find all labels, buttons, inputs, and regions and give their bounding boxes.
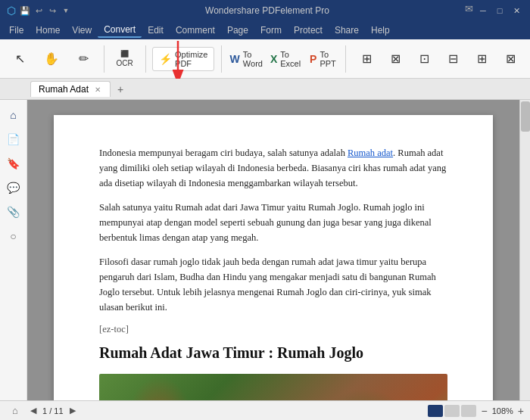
ocr-button[interactable]: ⬛ OCR: [111, 48, 139, 70]
tab-rumah-adat[interactable]: Rumah Adat ✕: [30, 81, 111, 97]
save-icon[interactable]: 💾: [20, 5, 30, 16]
ocr-icon: ⬛: [120, 50, 129, 58]
paragraph-1-start: Indonesia mempunyai beragam ciri budaya,…: [99, 148, 348, 158]
status-bar: ⌂ ◀ 1 / 11 ▶ − 108% +: [0, 400, 530, 420]
tab-label: Rumah Adat: [39, 84, 89, 95]
view-single-button[interactable]: [428, 405, 443, 417]
to-word-button[interactable]: W To Word: [229, 47, 264, 71]
document-page: Indonesia mempunyai beragam ciri budaya,…: [54, 115, 493, 400]
nav-prev[interactable]: ◀: [30, 406, 36, 415]
sep1: [104, 45, 104, 73]
sep2: [145, 45, 146, 73]
zoom-level: 108%: [492, 406, 513, 415]
to-word-label: To Word: [243, 50, 263, 68]
select-tool-button[interactable]: ↖: [6, 51, 33, 67]
window-controls: ✉ ─ □ ✕: [463, 3, 524, 18]
title-bar-left: ⬡ 💾 ↩ ↪ ▼: [6, 5, 71, 16]
email-icon[interactable]: ✉: [463, 3, 474, 14]
excel-icon: X: [270, 53, 277, 65]
menu-form[interactable]: Form: [254, 23, 288, 37]
sidebar-home-icon[interactable]: ⌂: [5, 106, 23, 124]
word-icon: W: [230, 53, 240, 65]
rumah-adat-link[interactable]: Rumah adat: [348, 148, 393, 158]
convert-grid-btn-5[interactable]: ⊞: [468, 49, 495, 68]
hand-icon: ✋: [44, 53, 59, 65]
view-buttons: [428, 405, 476, 417]
right-scrollbar[interactable]: [519, 100, 530, 400]
menu-comment[interactable]: Comment: [170, 23, 221, 37]
tab-bar: Rumah Adat ✕ +: [0, 79, 530, 100]
sep3: [221, 45, 222, 73]
menu-convert[interactable]: Convert: [98, 23, 142, 38]
menu-protect[interactable]: Protect: [288, 23, 329, 37]
view-double-button[interactable]: [444, 405, 460, 417]
view-scroll-button[interactable]: [461, 405, 476, 417]
close-button[interactable]: ✕: [509, 3, 524, 18]
to-excel-button[interactable]: X To Excel: [269, 47, 303, 71]
ribbon: ↖ ✋ ✏ ⬛ OCR ⚡ Optimize PDF W To Word: [0, 39, 530, 79]
zoom-plus[interactable]: +: [518, 405, 524, 417]
menu-share[interactable]: Share: [329, 23, 365, 37]
maximize-button[interactable]: □: [492, 3, 507, 18]
sidebar-attach-icon[interactable]: 📎: [5, 203, 23, 221]
document-area[interactable]: Indonesia mempunyai beragam ciri budaya,…: [27, 100, 519, 400]
ppt-icon: P: [310, 53, 316, 65]
title-bar: ⬡ 💾 ↩ ↪ ▼ Wondershare PDFelement Pro ✉ ─…: [0, 0, 530, 21]
optimize-label: Optimize PDF: [175, 50, 207, 68]
tab-add-button[interactable]: +: [114, 82, 127, 96]
left-sidebar: ⌂ 📄 🔖 💬 📎 ○: [0, 100, 27, 400]
zoom-minus[interactable]: −: [481, 405, 487, 417]
optimize-pdf-button[interactable]: ⚡ Optimize PDF: [152, 47, 214, 71]
convert-grid-btn-4[interactable]: ⊟: [439, 49, 466, 68]
hand-tool-button[interactable]: ✋: [38, 51, 65, 67]
cursor-icon: ↖: [15, 53, 25, 65]
extra-convert-buttons: ⊞ ⊠ ⊡ ⊟ ⊞ ⊠: [353, 49, 524, 68]
sidebar-page-icon[interactable]: 📄: [5, 130, 23, 148]
app-icon: ⬡: [6, 5, 17, 16]
convert-grid-btn-2[interactable]: ⊠: [382, 49, 409, 68]
toc-tag: [ez-toc]: [99, 324, 447, 335]
status-home-icon[interactable]: ⌂: [6, 402, 24, 420]
to-excel-label: To Excel: [280, 50, 301, 68]
dropdown-icon[interactable]: ▼: [61, 5, 71, 16]
ocr-label: OCR: [116, 59, 132, 67]
convert-grid-btn-6[interactable]: ⊠: [497, 49, 524, 68]
tab-close-button[interactable]: ✕: [93, 86, 102, 94]
paragraph-1: Indonesia mempunyai beragam ciri budaya,…: [99, 145, 447, 191]
document-image: [99, 374, 447, 400]
menu-page[interactable]: Page: [221, 23, 254, 37]
main-area: ⌂ 📄 🔖 💬 📎 ○ Indonesia mempunyai beragam …: [0, 100, 530, 400]
sidebar-comment-icon[interactable]: 💬: [5, 179, 23, 197]
menu-edit[interactable]: Edit: [142, 23, 170, 37]
status-left: ⌂ ◀ 1 / 11 ▶: [6, 402, 76, 420]
minimize-button[interactable]: ─: [475, 3, 491, 18]
edit-icon: ✏: [79, 53, 89, 65]
optimize-icon: ⚡: [159, 53, 172, 65]
redo-icon[interactable]: ↪: [47, 5, 58, 16]
menu-view[interactable]: View: [66, 23, 98, 37]
edit-tool-button[interactable]: ✏: [70, 51, 97, 67]
status-right: − 108% +: [428, 405, 524, 417]
paragraph-3: Filosofi dasar rumah joglo tidak jauh be…: [99, 254, 447, 315]
menu-bar: File Home View Convert Edit Comment Page…: [0, 21, 530, 39]
document-heading: Rumah Adat Jawa Timur : Rumah Joglo: [99, 344, 447, 362]
convert-grid-btn-3[interactable]: ⊡: [410, 49, 438, 68]
page-info: 1 / 11: [42, 406, 64, 415]
menu-file[interactable]: File: [3, 23, 30, 37]
menu-home[interactable]: Home: [30, 23, 66, 37]
sep4: [345, 45, 346, 73]
sidebar-bookmark-icon[interactable]: 🔖: [5, 154, 23, 173]
paragraph-2: Salah satunya yaitu Rumah adat dari Jawa…: [99, 200, 447, 245]
sidebar-link-icon[interactable]: ○: [5, 227, 23, 245]
app-title: Wondershare PDFelement Pro: [71, 5, 463, 16]
image-overlay: [99, 374, 447, 400]
to-ppt-label: To PPT: [320, 50, 335, 68]
nav-next[interactable]: ▶: [70, 406, 76, 415]
to-ppt-button[interactable]: P To PPT: [307, 47, 338, 71]
undo-icon[interactable]: ↩: [33, 5, 44, 16]
menu-help[interactable]: Help: [365, 23, 396, 37]
convert-grid-btn-1[interactable]: ⊞: [353, 49, 380, 68]
